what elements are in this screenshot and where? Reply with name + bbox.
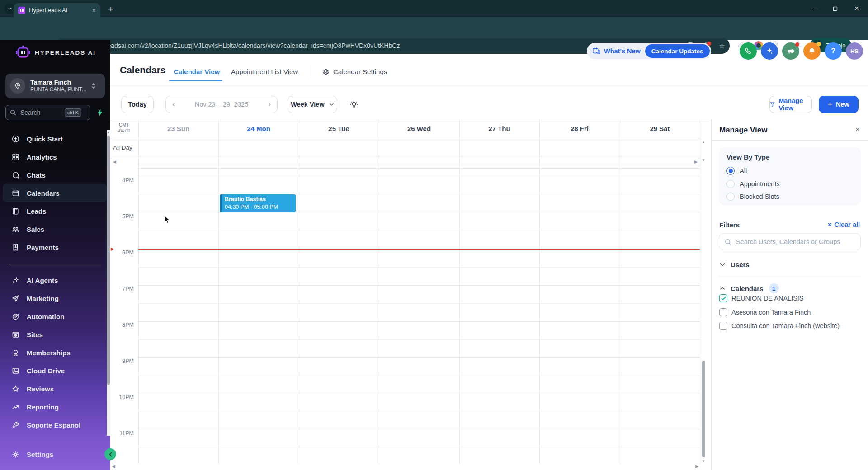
sidebar-item-ai-agents[interactable]: AI Agents	[3, 271, 107, 289]
panel-close-icon[interactable]: ×	[855, 125, 860, 134]
day-header-wed[interactable]: 26 Wed	[379, 120, 459, 138]
grid-vscrollbar-thumb[interactable]	[702, 361, 705, 457]
checkbox-checked-icon[interactable]	[719, 294, 727, 302]
grid-scroll-up-icon[interactable]: ▲	[702, 140, 705, 144]
sidebar-item-sites[interactable]: Sites	[3, 325, 107, 343]
new-button-label: New	[836, 101, 849, 108]
sidebar-item-calendars[interactable]: Calendars	[3, 184, 107, 202]
sidebar-item-cloud-drive[interactable]: Cloud Drive	[3, 362, 107, 380]
sidebar-item-analytics[interactable]: Analytics	[3, 148, 107, 166]
location-pin-icon	[10, 78, 25, 94]
user-avatar[interactable]: HS	[846, 42, 863, 60]
day-header-sat[interactable]: 29 Sat	[620, 120, 700, 138]
calendar-icon	[12, 189, 19, 197]
calendar-updates-badge[interactable]: Calendar Updates	[645, 44, 710, 58]
hyperleads-logo-icon	[15, 45, 31, 60]
sidebar-item-leads[interactable]: Leads	[3, 202, 107, 220]
window-maximize-button[interactable]	[825, 0, 845, 17]
sidebar-item-marketing[interactable]: Marketing	[3, 289, 107, 307]
sidebar-item-soporte-espanol[interactable]: Soporte Espanol	[3, 416, 107, 434]
grid-scroll-right-icon[interactable]: ▶	[695, 465, 698, 469]
users-section-toggle[interactable]: Users	[720, 261, 750, 268]
sidebar-item-reviews[interactable]: Reviews	[3, 380, 107, 398]
day-header-sun[interactable]: 23 Sun	[138, 120, 218, 138]
sidebar-item-automation[interactable]: Automation	[3, 307, 107, 325]
tab-appointment-list-view[interactable]: Appointment List View	[231, 68, 298, 75]
calendar-event[interactable]: Braulio Bastias 04:30 PM - 05:00 PM	[220, 194, 296, 212]
tab-close-icon[interactable]: ×	[91, 7, 97, 14]
manage-view-button[interactable]: Manage View	[769, 96, 812, 113]
calendar-filter-consulta[interactable]: Consulta con Tamara Finch (website)	[719, 322, 840, 330]
sidebar-collapse-button[interactable]	[104, 448, 116, 460]
sidebar-scrollbar-thumb[interactable]	[107, 136, 110, 385]
radio-icon[interactable]	[726, 193, 735, 201]
today-button[interactable]: Today	[121, 96, 154, 113]
ai-sparkle-button[interactable]	[761, 42, 778, 60]
new-tab-button[interactable]: +	[105, 4, 117, 15]
calendar-filter-asesoria[interactable]: Asesoria con Tamara Finch	[719, 308, 811, 316]
scroll-left-icon[interactable]: ◀	[113, 160, 116, 164]
day-header-fri[interactable]: 28 Fri	[539, 120, 620, 138]
panel-search[interactable]	[719, 233, 861, 250]
sidebar-item-memberships[interactable]: Memberships	[3, 343, 107, 362]
panel-search-input[interactable]	[735, 238, 850, 246]
sidebar-scroll-up-icon[interactable]: ▲	[107, 131, 110, 134]
checkbox-icon[interactable]	[719, 308, 727, 316]
tips-bulb-icon[interactable]	[349, 99, 359, 109]
grid-scroll-down-icon[interactable]: ▼	[702, 459, 705, 463]
filters-label: Filters	[719, 221, 740, 229]
sidebar-item-label: Reporting	[27, 403, 59, 411]
calendar-filter-reunion-de-analisis[interactable]: REUNION DE ANALISIS	[719, 294, 804, 302]
tab-calendar-settings[interactable]: Calendar Settings	[322, 68, 387, 75]
hour-label: 8PM	[110, 322, 134, 328]
day-header-tue[interactable]: 25 Tue	[299, 120, 379, 138]
grid-scroll-left-icon[interactable]: ◀	[112, 465, 115, 469]
sidebar-item-label: Chats	[27, 171, 46, 179]
checkbox-icon[interactable]	[719, 322, 727, 330]
sidebar-item-sales[interactable]: Sales	[3, 220, 107, 238]
radio-all[interactable]: All	[726, 167, 747, 175]
panel-title: Manage View	[719, 126, 767, 135]
radio-blocked-slots[interactable]: Blocked Slots	[726, 193, 779, 201]
quick-action-bolt-button[interactable]	[94, 106, 106, 119]
sidebar-item-label: Memberships	[27, 349, 71, 357]
sidebar-search[interactable]: ctrl K	[5, 105, 90, 120]
help-button[interactable]: ?	[825, 42, 842, 60]
window-close-button[interactable]: ×	[845, 0, 868, 17]
next-week-icon[interactable]: ›	[268, 100, 271, 109]
radio-selected-icon[interactable]	[726, 167, 735, 175]
location-switcher[interactable]: Tamara Finch PUNTA CANA, PUNT...	[5, 74, 105, 98]
day-header-mon-today[interactable]: 24 Mon	[218, 120, 299, 138]
day-header-thu[interactable]: 27 Thu	[459, 120, 539, 138]
sidebar-item-reporting[interactable]: Reporting	[3, 398, 107, 416]
clear-all-label: Clear all	[835, 221, 860, 228]
radio-icon[interactable]	[726, 180, 735, 188]
window-minimize-button[interactable]: —	[804, 0, 825, 17]
sidebar-item-quick-start[interactable]: Quick Start	[3, 130, 107, 148]
tab-calendar-settings-label: Calendar Settings	[333, 68, 387, 75]
radio-appointments[interactable]: Appointments	[726, 180, 780, 188]
sidebar-item-chats[interactable]: Chats	[3, 166, 107, 184]
whats-new-group[interactable]: What's New Calendar Updates	[587, 43, 711, 59]
announcements-button[interactable]	[782, 42, 799, 60]
new-button[interactable]: + New	[819, 96, 859, 113]
notifications-button[interactable]	[803, 42, 821, 60]
calendars-section-toggle[interactable]: Calendars 1	[720, 283, 779, 293]
tab-calendar-view[interactable]: Calendar View	[174, 68, 220, 75]
bookmark-star-icon[interactable]: ☆	[714, 42, 730, 50]
memberships-icon	[12, 349, 19, 357]
checkbox-label: Asesoria con Tamara Finch	[731, 309, 811, 316]
grid-scroll-down-icon[interactable]: ▼	[702, 158, 705, 162]
scroll-right-icon[interactable]: ▶	[694, 160, 698, 164]
sidebar-item-payments[interactable]: Payments	[3, 238, 107, 256]
sidebar-item-settings[interactable]: Settings	[3, 445, 107, 463]
date-range-picker[interactable]: ‹ Nov 23 – 29, 2025 ›	[165, 96, 278, 113]
sidebar-search-input[interactable]	[19, 108, 63, 117]
browser-tab[interactable]: HyperLeads AI ×	[14, 3, 100, 17]
phone-button[interactable]	[740, 42, 757, 60]
view-select[interactable]: Week View	[288, 96, 337, 113]
chat-bubble-icon	[12, 171, 19, 179]
clear-all-button[interactable]: × Clear all	[828, 221, 860, 228]
shortcut-badge: ctrl K	[65, 108, 81, 117]
prev-week-icon[interactable]: ‹	[172, 100, 175, 109]
